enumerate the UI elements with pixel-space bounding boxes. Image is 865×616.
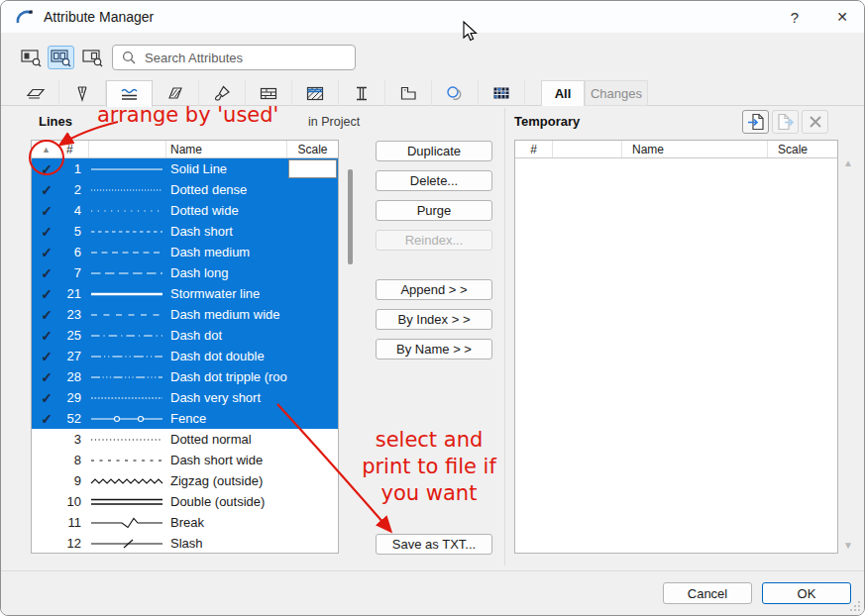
line-scale-cell <box>287 491 338 512</box>
right-panel-view-icon <box>81 48 104 67</box>
column-header-name[interactable]: Name <box>166 141 287 157</box>
line-row-3[interactable]: 3Dotted normal <box>32 429 338 450</box>
line-row-7[interactable]: ✓7Dash long <box>32 262 338 283</box>
line-preview-cell <box>89 266 166 280</box>
line-row-29[interactable]: ✓29Dash very short <box>32 387 338 408</box>
ok-button[interactable]: OK <box>762 582 851 604</box>
used-checkmark: ✓ <box>32 328 61 344</box>
tab-building-materials[interactable] <box>292 80 339 106</box>
line-row-1[interactable]: ✓1Solid Line <box>32 158 338 179</box>
line-number: 9 <box>61 473 89 488</box>
by-index-button[interactable]: By Index > > <box>376 309 492 330</box>
line-row-28[interactable]: ✓28Dash dot tripple (roof) <box>32 366 338 387</box>
line-style-preview <box>89 370 166 384</box>
line-preview-cell <box>89 537 166 551</box>
tab-layers[interactable] <box>13 80 59 106</box>
line-preview-cell <box>89 329 166 343</box>
line-row-11[interactable]: 11Break <box>32 512 338 533</box>
line-scale-cell <box>287 346 338 366</box>
tab-zone-categories[interactable] <box>385 80 432 106</box>
lines-scrollbar-thumb[interactable] <box>348 169 353 264</box>
help-button[interactable]: ? <box>780 5 810 29</box>
line-style-preview <box>89 412 166 426</box>
lines-list: ▲ # Name Scale ✓1Solid Line✓2Dotted dens… <box>31 140 339 554</box>
delete-temporary-button[interactable] <box>802 110 828 134</box>
column-header-preview[interactable] <box>89 141 166 157</box>
line-preview-cell <box>89 370 166 384</box>
line-number: 3 <box>61 432 89 447</box>
line-number: 21 <box>61 286 89 301</box>
line-number: 5 <box>61 224 89 239</box>
line-row-4[interactable]: ✓4Dotted wide <box>32 200 338 221</box>
temp-column-header-name[interactable]: Name <box>622 141 768 157</box>
tab-mep-systems[interactable] <box>479 80 525 106</box>
title-bar: Attribute Manager ? ✕ <box>1 1 864 33</box>
temp-column-header-preview[interactable] <box>553 141 622 157</box>
line-row-12[interactable]: 12Slash <box>32 533 338 554</box>
used-checkmark: ✓ <box>32 203 61 219</box>
used-checkmark: ✓ <box>32 245 61 260</box>
tab-composites[interactable] <box>246 80 292 106</box>
tab-fill-types[interactable] <box>153 80 199 106</box>
search-input[interactable] <box>143 50 355 66</box>
save-from-temporary-button[interactable] <box>772 110 799 134</box>
line-row-27[interactable]: ✓27Dash dot double <box>32 346 338 366</box>
close-button[interactable]: ✕ <box>827 5 857 29</box>
duplicate-button[interactable]: Duplicate <box>376 141 492 161</box>
tab-surfaces[interactable] <box>199 80 246 106</box>
tab-pen-sets[interactable] <box>59 80 106 106</box>
view-both-panels-button[interactable] <box>48 46 74 69</box>
line-number: 29 <box>61 390 89 405</box>
by-name-button[interactable]: By Name > > <box>376 339 492 359</box>
line-number: 1 <box>61 161 89 176</box>
tab-filter-all[interactable]: All <box>541 80 585 106</box>
view-right-panel-button[interactable] <box>79 46 106 69</box>
line-preview-cell <box>89 225 166 239</box>
temp-column-header-scale[interactable]: Scale <box>768 141 837 157</box>
tab-operation-profiles[interactable] <box>432 80 479 106</box>
line-row-21[interactable]: ✓21Stormwater line <box>32 283 338 304</box>
line-scale-cell <box>287 242 338 262</box>
used-sort-column-header[interactable]: ▲ <box>32 141 61 157</box>
line-row-25[interactable]: ✓25Dash dot <box>32 325 338 346</box>
save-as-txt-button[interactable]: Save as TXT... <box>376 534 492 555</box>
tab-profiles[interactable] <box>339 80 385 106</box>
line-row-9[interactable]: 9Zigzag (outside) <box>32 470 338 491</box>
column-header-scale[interactable]: Scale <box>287 141 338 157</box>
line-row-10[interactable]: 10Double (outside) <box>32 491 338 512</box>
search-icon <box>122 51 136 64</box>
tab-line-types[interactable] <box>106 80 153 107</box>
line-name: Stormwater line <box>166 286 287 301</box>
purge-button[interactable]: Purge <box>376 200 492 221</box>
column-header-number[interactable]: # <box>61 141 89 157</box>
line-style-preview <box>89 350 166 363</box>
line-style-preview <box>89 454 166 467</box>
search-box <box>112 45 356 70</box>
cancel-button[interactable]: Cancel <box>663 582 752 604</box>
temporary-scroll-up-arrow[interactable]: ▲ <box>841 157 855 168</box>
used-checkmark: ✓ <box>32 182 61 198</box>
delete-button[interactable]: Delete... <box>376 170 492 191</box>
building-materials-icon <box>304 84 326 102</box>
left-panel-view-icon <box>20 48 43 67</box>
temp-column-header-number[interactable]: # <box>515 141 553 157</box>
line-row-8[interactable]: 8Dash short wide <box>32 450 338 470</box>
temporary-scroll-down-arrow[interactable]: ▼ <box>841 540 855 551</box>
line-style-preview <box>89 162 166 176</box>
scale-edit-field[interactable] <box>288 159 337 178</box>
open-into-temporary-button[interactable] <box>742 110 769 134</box>
line-row-23[interactable]: ✓23Dash medium wide <box>32 304 338 325</box>
line-name: Dash dot <box>166 328 287 343</box>
view-left-panel-button[interactable] <box>18 46 45 69</box>
tab-filter-changes[interactable]: Changes <box>585 80 648 106</box>
line-row-2[interactable]: ✓2Dotted dense <box>32 179 338 200</box>
line-row-5[interactable]: ✓5Dash short <box>32 221 338 242</box>
used-checkmark: ✓ <box>32 265 61 281</box>
line-scale-cell <box>287 200 338 221</box>
reindex-button[interactable]: Reindex... <box>376 230 492 251</box>
line-row-52[interactable]: ✓52Fence <box>32 408 338 429</box>
line-style-preview <box>89 183 166 197</box>
append-button[interactable]: Append > > <box>376 279 492 300</box>
line-row-6[interactable]: ✓6Dash medium <box>32 242 338 262</box>
used-checkmark: ✓ <box>32 369 61 385</box>
